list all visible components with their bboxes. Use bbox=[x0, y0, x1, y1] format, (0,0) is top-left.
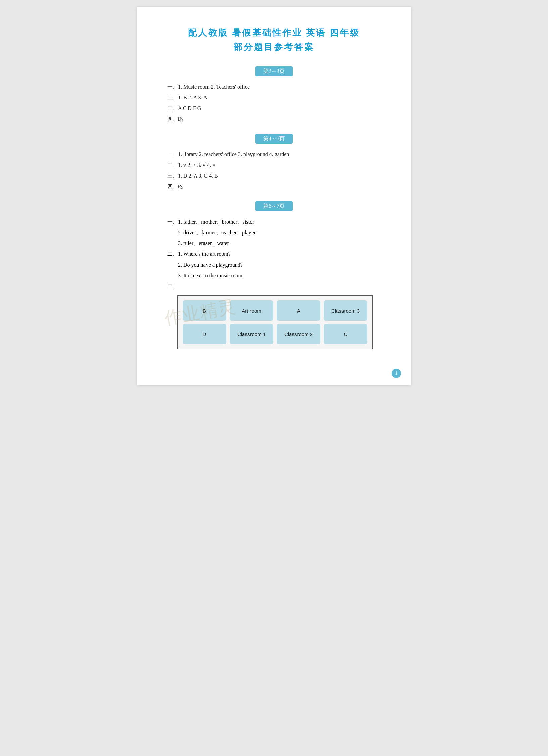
page: 配人教版 暑假基础性作业 英语 四年级 部分题目参考答案 第2～3页 一、1. … bbox=[137, 7, 411, 385]
section-badge-3: 第6～7页 bbox=[255, 201, 293, 211]
section2-item1: 一、1. library 2. teachers' office 3. play… bbox=[167, 149, 384, 160]
grid-cell: A bbox=[277, 300, 320, 321]
section3-sub4: 1. Where's the art room? bbox=[178, 249, 244, 259]
grid-cell: D bbox=[183, 324, 226, 344]
section3-item2: 二、 1. Where's the art room? 2. Do you ha… bbox=[167, 249, 384, 281]
grid-table-section: BArt roomAClassroom 3DClassroom 1Classro… bbox=[177, 295, 384, 349]
section1-item3: 三、A C D F G bbox=[167, 103, 384, 114]
grid-table: BArt roomAClassroom 3DClassroom 1Classro… bbox=[183, 300, 367, 344]
section3-item3-label: 三、 bbox=[167, 281, 384, 292]
section-header-3: 第6～7页 bbox=[164, 201, 384, 211]
grid-cell: Classroom 3 bbox=[324, 300, 367, 321]
title-line2: 部分题目参考答案 bbox=[164, 41, 384, 53]
title-line1: 配人教版 暑假基础性作业 英语 四年级 bbox=[164, 27, 384, 39]
section1-item4: 四、略 bbox=[167, 114, 384, 125]
grid-cell: Classroom 2 bbox=[277, 324, 320, 344]
section1-item2: 二、1. B 2. A 3. A bbox=[167, 92, 384, 103]
section-header-1: 第2～3页 bbox=[164, 66, 384, 76]
section1-item1: 一、1. Music room 2. Teachers' office bbox=[167, 82, 384, 92]
grid-cell: C bbox=[324, 324, 367, 344]
section3-sub3: 3. ruler、eraser、water bbox=[178, 238, 256, 249]
section3-sub5: 2. Do you have a playground? bbox=[178, 259, 244, 270]
section-badge-2: 第4～5页 bbox=[255, 134, 293, 144]
page-number: 1 bbox=[392, 369, 401, 378]
section3-sub6: 3. It is next to the music room. bbox=[178, 270, 244, 281]
section3-item1: 一、 1. father、mother、brother、sister 2. dr… bbox=[167, 217, 384, 249]
grid-table-outer: BArt roomAClassroom 3DClassroom 1Classro… bbox=[177, 295, 373, 349]
grid-cell: Art room bbox=[230, 300, 273, 321]
grid-cell: B bbox=[183, 300, 226, 321]
section2-item4: 四、略 bbox=[167, 181, 384, 192]
title-section: 配人教版 暑假基础性作业 英语 四年级 部分题目参考答案 bbox=[164, 27, 384, 53]
section-page6-7: 第6～7页 一、 1. father、mother、brother、sister… bbox=[164, 201, 384, 349]
section-page4-5: 第4～5页 一、1. library 2. teachers' office 3… bbox=[164, 134, 384, 192]
section2-item3: 三、1. D 2. A 3. C 4. B bbox=[167, 171, 384, 181]
section3-sub1: 1. father、mother、brother、sister bbox=[178, 217, 256, 227]
section-page2-3: 第2～3页 一、1. Music room 2. Teachers' offic… bbox=[164, 66, 384, 125]
section2-item2: 二、1. √ 2. × 3. √ 4. × bbox=[167, 160, 384, 171]
grid-cell: Classroom 1 bbox=[230, 324, 273, 344]
section3-sub2: 2. driver、farmer、teacher、player bbox=[178, 227, 256, 238]
section-badge-1: 第2～3页 bbox=[255, 66, 293, 76]
section-header-2: 第4～5页 bbox=[164, 134, 384, 144]
